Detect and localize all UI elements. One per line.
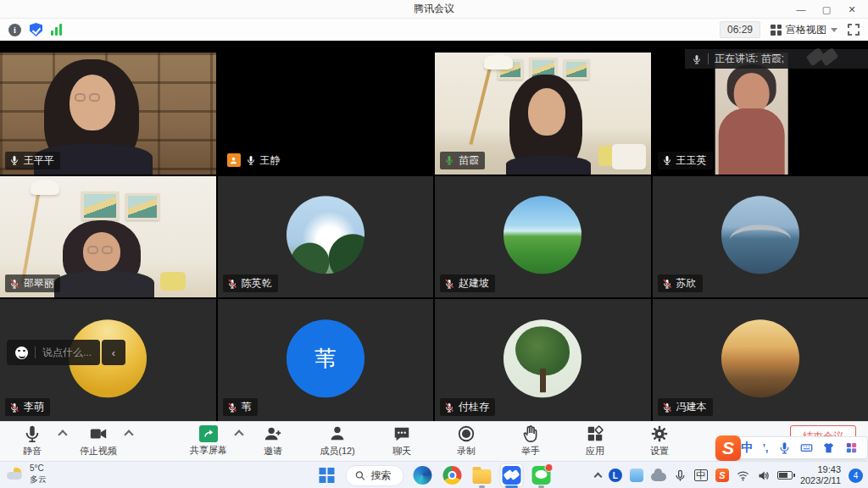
ime-skin-icon[interactable] [822, 441, 835, 454]
meeting-watermark-logo [809, 50, 846, 67]
chevron-up-icon[interactable] [124, 430, 133, 439]
sogou-tray-icon[interactable]: S [715, 469, 729, 482]
participant-name-pill: 邵翠丽 [5, 274, 60, 292]
participant-tile[interactable]: 邵翠丽 [0, 176, 216, 298]
meeting-timer: 06:29 [720, 21, 760, 38]
tray-mic-icon[interactable] [674, 469, 687, 482]
ime-punctuation-indicator[interactable]: ’, [763, 442, 769, 454]
participant-avatar [504, 197, 581, 274]
participant-tile[interactable]: 陈英乾 [218, 176, 434, 298]
maximize-button[interactable]: ▢ [814, 0, 839, 19]
battery-icon[interactable] [777, 471, 793, 480]
participant-tile[interactable]: 苏欣 [653, 176, 868, 298]
ime-voice-icon[interactable] [778, 441, 791, 454]
mute-button[interactable]: 静音 [10, 424, 54, 458]
tray-expand-icon[interactable] [593, 473, 602, 481]
record-button[interactable]: 录制 [444, 424, 488, 458]
mic-muted-icon [662, 402, 672, 413]
chevron-up-icon[interactable] [58, 430, 67, 439]
members-button[interactable]: 成员(12) [315, 424, 359, 458]
participant-name: 陈英乾 [242, 276, 272, 291]
members-icon [328, 424, 347, 443]
cloudy-night-icon [7, 466, 25, 483]
participant-name: 付桂存 [459, 400, 489, 414]
network-signal-icon[interactable] [51, 24, 62, 36]
volume-icon[interactable] [757, 469, 770, 482]
windows-logo-icon [320, 468, 335, 483]
participant-tile[interactable]: 冯建本 [653, 299, 868, 421]
participant-name: 苏欣 [676, 276, 697, 291]
chat-placeholder: 说点什么... [42, 346, 92, 360]
file-explorer-icon[interactable] [471, 464, 493, 486]
participant-tile[interactable]: 王静 [218, 53, 434, 175]
participant-tile[interactable]: 说点什么... ‹ 李萌 [0, 299, 216, 421]
settings-label: 设置 [650, 445, 669, 458]
clock-time: 19:43 [800, 464, 841, 475]
participant-name: 李萌 [24, 400, 44, 414]
meeting-info-icon[interactable]: i [8, 24, 21, 36]
stop-video-button[interactable]: 停止视频 [76, 424, 120, 458]
participant-tile[interactable]: 付桂存 [435, 299, 651, 421]
invite-button[interactable]: 邀请 [251, 424, 295, 458]
participant-name-pill: 赵建坡 [440, 274, 495, 292]
tencent-meeting-taskbar-icon[interactable] [501, 464, 523, 486]
mic-speaking-icon [444, 155, 454, 165]
wifi-icon[interactable] [737, 469, 749, 482]
mic-on-icon [662, 155, 672, 165]
member-badge-icon [227, 153, 241, 167]
participant-video [715, 53, 787, 175]
participant-tile[interactable]: 王玉英 [653, 53, 868, 175]
chrome-browser-icon[interactable] [442, 464, 464, 486]
security-shield-icon[interactable] [30, 23, 42, 36]
wechat-icon[interactable] [531, 464, 553, 486]
edge-browser-icon[interactable] [412, 464, 434, 486]
divider [35, 347, 36, 358]
raise-hand-icon [521, 424, 540, 443]
mic-icon [23, 424, 42, 443]
participant-name: 邵翠丽 [24, 276, 54, 291]
chat-icon [392, 424, 411, 443]
taskbar-search[interactable]: 搜索 [346, 465, 404, 486]
view-mode-selector[interactable]: 宫格视图 [771, 23, 837, 37]
chevron-up-icon[interactable] [234, 430, 243, 439]
fullscreen-icon[interactable] [848, 24, 860, 36]
minimize-button[interactable]: — [788, 0, 814, 19]
sogou-ime-logo[interactable]: S [715, 435, 741, 461]
mic-on-icon [9, 155, 19, 165]
ime-keyboard-icon[interactable] [800, 441, 813, 454]
participant-name-pill: 苏欣 [658, 274, 703, 292]
speaking-text: 正在讲话: 苗霞; [715, 52, 784, 66]
close-button[interactable]: ✕ [839, 0, 865, 19]
start-button[interactable] [316, 464, 338, 486]
chat-collapse-button[interactable]: ‹ [102, 340, 125, 365]
participant-tile-speaking[interactable]: 苗霞 [435, 53, 651, 175]
chat-button[interactable]: 聊天 [380, 424, 424, 458]
taskbar-clock[interactable]: 19:43 2023/2/11 [800, 464, 841, 486]
onedrive-cloud-icon[interactable] [651, 473, 666, 481]
participant-tile[interactable]: 苇 苇 [218, 299, 434, 421]
emoji-icon[interactable] [15, 347, 28, 359]
ime-language-tray[interactable]: 中 [694, 469, 708, 481]
participant-tile[interactable]: 赵建坡 [435, 176, 651, 298]
mic-icon [692, 54, 702, 64]
quick-chat-input[interactable]: 说点什么... [7, 340, 100, 365]
notification-badge[interactable]: 4 [849, 469, 863, 483]
raise-hand-button[interactable]: 举手 [509, 424, 553, 458]
ime-language-indicator[interactable]: 中 [741, 441, 753, 456]
tray-app-icon[interactable] [630, 469, 643, 482]
weather-desc: 多云 [30, 474, 47, 485]
ime-toolbox-icon[interactable] [845, 441, 858, 454]
record-icon [457, 424, 476, 443]
share-screen-button[interactable]: 共享屏幕 [186, 424, 231, 458]
participant-name-pill: 王玉英 [658, 152, 713, 169]
grid-view-icon [771, 25, 782, 36]
participant-name-pill: 苗霞 [440, 152, 485, 169]
apps-button[interactable]: 应用 [573, 424, 617, 458]
participant-tile[interactable]: 王平平 [0, 53, 216, 175]
ime-toolbar[interactable]: 中 ’, [731, 436, 868, 459]
taskbar-weather-widget[interactable]: 5°C 多云 [7, 463, 47, 485]
settings-button[interactable]: 设置 [637, 424, 682, 458]
tray-lenovo-icon[interactable]: L [609, 469, 622, 482]
share-screen-label: 共享屏幕 [190, 444, 227, 457]
invite-icon [264, 424, 282, 443]
